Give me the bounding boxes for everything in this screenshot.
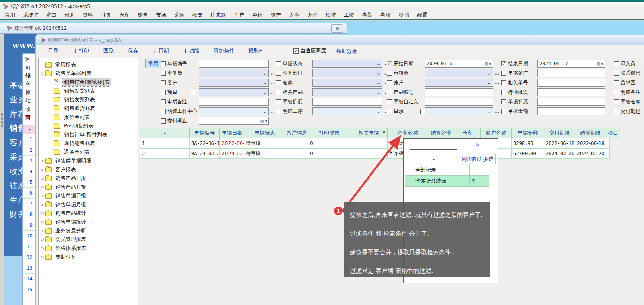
filter-checkbox[interactable] — [276, 80, 281, 85]
mdi-window-titlebar[interactable]: 综合管理 oit 20240512 — [0, 23, 347, 34]
toolbar-item[interactable]: ↓附加条件 — [213, 47, 234, 54]
filter-field[interactable]: ⌄ ▦ — [425, 79, 493, 87]
toolbar-item[interactable]: ↓打印 — [73, 47, 89, 54]
filter-checkbox[interactable] — [161, 80, 166, 85]
filter-checkbox[interactable] — [614, 61, 619, 66]
menu-item[interactable]: 工资 — [344, 12, 354, 19]
filter-field[interactable]: ⌄ ▦ — [425, 98, 493, 106]
browse-button[interactable] — [271, 80, 275, 85]
filter-field[interactable]: ⌄ ▦ — [537, 98, 605, 106]
filter-field[interactable]: 2020-03-01 ⌄ ▦ — [425, 60, 493, 68]
background-window-strip[interactable]: 前销客操结收商 - 123456789101112131415 — [22, 53, 37, 305]
chevron-down-icon[interactable]: ⌄ — [262, 71, 270, 75]
chevron-down-icon[interactable]: ⌄ — [376, 62, 384, 66]
column-header[interactable]: 备注信息 — [285, 128, 308, 138]
tree-item[interactable]: 常用报表 — [39, 60, 138, 69]
menu-item[interactable]: 会计 — [252, 12, 263, 19]
menu-item[interactable]: 市场 — [156, 12, 166, 19]
tree-item[interactable]: 销售产品月报 — [39, 183, 138, 191]
tree-chevron-icon[interactable] — [40, 185, 45, 190]
calendar-icon[interactable]: ▦ — [597, 61, 605, 66]
filter-checkbox[interactable] — [614, 71, 619, 76]
calendar-icon[interactable]: ▦ — [260, 118, 268, 124]
filter-checkbox[interactable] — [161, 109, 166, 114]
chevron-down-icon[interactable]: ⌄ — [376, 90, 384, 95]
tree-chevron-icon[interactable] — [40, 167, 45, 172]
filter-checkbox[interactable] — [276, 109, 281, 114]
menu-item[interactable]: 帮助 — [64, 12, 75, 19]
menu-item[interactable]: 资产 — [271, 12, 281, 19]
filter-field[interactable]: ⌄ ▦ — [312, 88, 382, 96]
tree-item[interactable]: 销售类单据明细 — [39, 156, 138, 165]
tree-item[interactable]: 客户报表 — [39, 165, 138, 174]
column-header[interactable]: 结算企业 — [428, 128, 454, 138]
filter-checkbox[interactable] — [276, 90, 281, 95]
browse-button[interactable] — [271, 108, 275, 114]
tree-chevron-icon[interactable] — [40, 193, 45, 199]
tree-item[interactable]: 销售退货列表 — [39, 104, 138, 113]
menu-item[interactable]: 人事 — [289, 12, 299, 19]
column-header[interactable]: 交付期限 — [544, 128, 575, 138]
toolbar-item[interactable]: ↓图形 — [103, 47, 114, 54]
chevron-down-icon[interactable]: ⌄ — [262, 81, 270, 85]
toolbar-item[interactable]: ↓提取E — [248, 47, 262, 54]
tree-chevron-icon[interactable] — [40, 255, 45, 260]
toolbar-item[interactable]: ↓保存 — [128, 47, 138, 54]
column-header[interactable]: 打印次数 — [308, 128, 350, 138]
menu-item[interactable]: 考勤 — [362, 12, 372, 19]
menu-item[interactable]: 常用 — [5, 12, 15, 19]
tree-chevron-icon[interactable] — [40, 202, 45, 207]
tree-item[interactable]: 展期业务 — [39, 253, 138, 261]
tree-item[interactable]: 报价单列表 — [39, 113, 138, 122]
tree-item[interactable]: 销售单据月报 — [39, 200, 138, 209]
browse-button[interactable] — [495, 108, 499, 114]
popup-search-input[interactable] — [410, 149, 457, 150]
filter-field[interactable]: ⌄ ▦ — [312, 107, 382, 115]
filter-checkbox[interactable] — [614, 90, 619, 95]
tree-item[interactable]: 销售发票列表 — [39, 95, 138, 104]
report-titlebar[interactable]: 销售订单(测试)列表 - v_rep.BA — [36, 35, 644, 45]
filter-checkbox[interactable] — [387, 80, 392, 85]
filter-checkbox[interactable] — [387, 90, 392, 95]
popup-row[interactable]: 华东捷波装饰 Y — [405, 176, 496, 187]
menu-item[interactable]: 配置 — [417, 12, 427, 19]
column-header[interactable]: 单据状态 — [244, 128, 285, 138]
column-header[interactable]: - — [140, 128, 190, 138]
popup-row[interactable]: 全部记录 — [405, 164, 496, 176]
menu-item[interactable]: 生产 — [234, 12, 244, 19]
column-header[interactable]: 结算期限 — [575, 128, 606, 138]
filter-field[interactable]: ⌄ ▦ — [425, 69, 493, 77]
filter-checkbox[interactable] — [161, 99, 166, 104]
filter-checkbox[interactable] — [614, 99, 619, 104]
filter-tab-common[interactable]: 常用 — [145, 59, 161, 68]
filter-field[interactable]: ⌄ ▦ — [312, 98, 382, 106]
menu-item[interactable]: 销售 — [138, 12, 148, 19]
filter-checkbox[interactable] — [276, 99, 281, 104]
tree-chevron-icon[interactable] — [40, 237, 45, 242]
filter-pre-checkbox[interactable] — [191, 90, 196, 95]
filter-field[interactable]: ⌄ ▦ — [537, 69, 605, 77]
menu-item[interactable]: 系统 F — [23, 12, 38, 19]
chevron-down-icon[interactable]: ⌄ — [376, 81, 384, 85]
data-analysis-button[interactable]: 数据分析 — [336, 48, 357, 55]
menu-item[interactable]: 采购 — [174, 12, 184, 19]
column-header[interactable]: 单据编号 — [190, 128, 220, 138]
filter-checkbox[interactable] — [501, 61, 506, 66]
tree-chevron-icon[interactable] — [40, 211, 45, 216]
filter-checkbox[interactable] — [161, 71, 166, 76]
tree-item[interactable]: 退换单列表 — [39, 148, 138, 156]
calendar-icon[interactable]: ▦ — [485, 61, 493, 66]
chevron-down-icon[interactable]: ⌄ — [486, 81, 494, 85]
toolbar-item[interactable]: ↓日期 — [153, 47, 169, 54]
tree-item[interactable]: 销售单据统计 — [39, 218, 138, 226]
column-header[interactable]: 账户名称 — [481, 128, 512, 138]
filter-checkbox[interactable] — [161, 118, 166, 124]
column-header[interactable]: 企业名称 — [388, 128, 428, 138]
filter-checkbox[interactable] — [501, 80, 506, 85]
filter-checkbox[interactable] — [276, 71, 281, 76]
menu-item[interactable]: 招培 — [326, 12, 336, 19]
tree-chevron-icon[interactable] — [40, 246, 45, 251]
tree-item[interactable]: 销售产品统计 — [39, 209, 138, 218]
browse-button[interactable] — [495, 80, 499, 85]
double-chevron-icon[interactable]: » — [475, 141, 480, 149]
